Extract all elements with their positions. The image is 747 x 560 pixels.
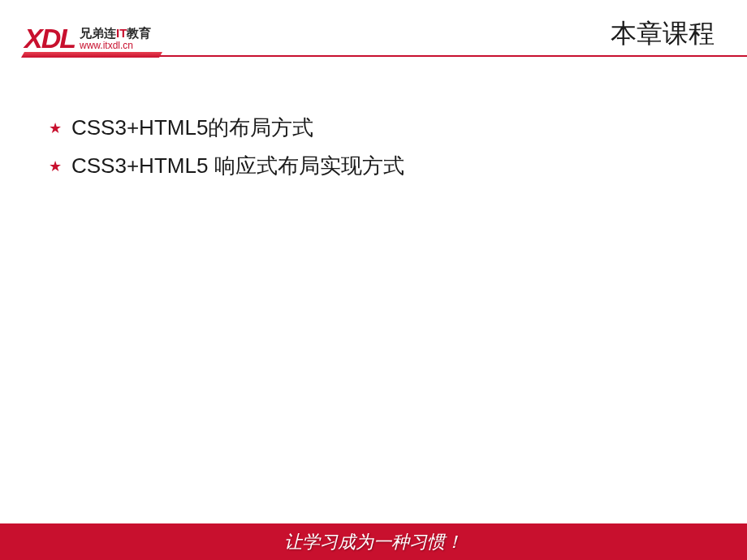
footer-slogan: 让学习成为一种习惯！ <box>284 530 463 554</box>
header-divider <box>23 55 747 57</box>
logo-text: XDL <box>24 23 75 54</box>
logo-area: XDL 兄弟连IT教育 www.itxdl.cn <box>24 23 151 54</box>
slide-header: XDL 兄弟连IT教育 www.itxdl.cn 本章课程 <box>0 0 747 73</box>
star-icon: ★ <box>49 159 62 174</box>
logo-chinese: 兄弟连IT教育 <box>80 27 151 39</box>
logo-cn-suffix: 教育 <box>127 26 151 40</box>
bullet-item: ★ CSS3+HTML5的布局方式 <box>49 114 698 142</box>
bullet-text: CSS3+HTML5 响应式布局实现方式 <box>71 152 404 180</box>
bullet-item: ★ CSS3+HTML5 响应式布局实现方式 <box>49 152 698 180</box>
bullet-text: CSS3+HTML5的布局方式 <box>71 114 313 142</box>
logo-url: www.itxdl.cn <box>80 41 151 50</box>
page-title: 本章课程 <box>611 16 715 52</box>
slide-content: ★ CSS3+HTML5的布局方式 ★ CSS3+HTML5 响应式布局实现方式 <box>0 73 747 180</box>
logo-cn-prefix: 兄弟连 <box>80 26 116 40</box>
logo-mark: XDL <box>24 23 75 54</box>
logo-cn-it: IT <box>116 26 127 40</box>
star-icon: ★ <box>49 121 62 136</box>
logo-text-group: 兄弟连IT教育 www.itxdl.cn <box>80 27 151 50</box>
slide-footer: 让学习成为一种习惯！ <box>0 523 747 560</box>
